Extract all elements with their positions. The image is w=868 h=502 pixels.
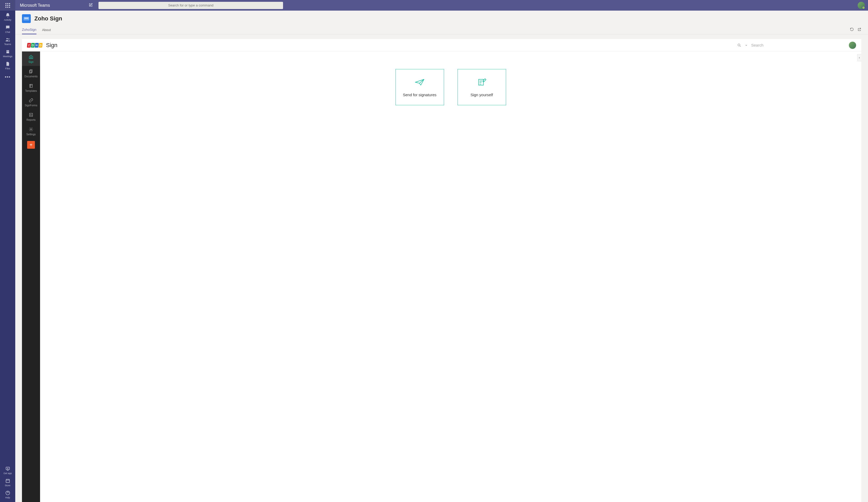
- card-send-for-signatures[interactable]: Send for signatures: [395, 69, 444, 105]
- chevron-down-icon: [745, 44, 747, 47]
- zoho-logo[interactable]: Z O H O Sign: [27, 42, 58, 49]
- svg-rect-6: [30, 70, 32, 73]
- app-launcher-button[interactable]: [0, 0, 15, 11]
- collapse-panel-button[interactable]: ‹: [857, 54, 861, 61]
- sidebar-add-button[interactable]: +: [27, 141, 35, 149]
- zoho-product-name: Sign: [46, 42, 58, 49]
- chart-icon: [29, 113, 33, 117]
- template-icon: [29, 83, 33, 88]
- sidebar-item-reports[interactable]: Reports: [22, 110, 40, 124]
- content-column: Zoho Sign ZohoSign About Z: [15, 11, 868, 502]
- reload-tab-button[interactable]: [850, 28, 854, 32]
- zoho-search[interactable]: [737, 43, 844, 47]
- sidebar-label-templates: Templates: [25, 90, 37, 92]
- people-icon: [5, 37, 10, 42]
- sign-document-icon: [477, 78, 487, 87]
- rail-meetings[interactable]: Meetings: [0, 47, 15, 59]
- tab-zohosign[interactable]: ZohoSign: [22, 26, 37, 34]
- card-send-label: Send for signatures: [403, 93, 436, 97]
- zoho-search-input[interactable]: [751, 43, 844, 47]
- rail-getapp-label: Get app: [3, 472, 12, 474]
- link-icon: [29, 98, 33, 103]
- rail-store[interactable]: Store: [0, 476, 15, 488]
- card-sign-yourself[interactable]: Sign yourself: [457, 69, 506, 105]
- app-header: Zoho Sign: [15, 11, 868, 23]
- compose-button[interactable]: [89, 3, 93, 8]
- sidebar-label-documents: Documents: [24, 75, 38, 78]
- teams-left-rail: Activity Chat Teams Meetings Files •••: [0, 11, 15, 502]
- zoho-logo-blocks: Z O H O: [27, 43, 42, 48]
- documents-icon: [29, 69, 33, 74]
- sidebar-label-reports: Reports: [27, 119, 35, 121]
- rail-chat-label: Chat: [5, 31, 10, 33]
- svg-point-0: [7, 38, 8, 39]
- embed-wrap: Z O H O Sign: [15, 34, 868, 502]
- app-logo-tile: [22, 14, 31, 23]
- sidebar-item-settings[interactable]: Settings: [22, 124, 40, 139]
- zoho-profile-avatar[interactable]: [849, 42, 856, 49]
- app-title: Zoho Sign: [34, 15, 62, 22]
- compose-icon: [89, 3, 93, 7]
- zoho-canvas: Send for signatures Sign yourself: [40, 51, 861, 502]
- svg-rect-5: [30, 70, 32, 72]
- zoho-embed: Z O H O Sign: [22, 39, 861, 502]
- chevron-left-icon: ‹: [859, 56, 860, 60]
- store-icon: [5, 478, 10, 483]
- svg-point-4: [738, 44, 740, 46]
- popout-tab-button[interactable]: [857, 28, 861, 32]
- rail-help-label: Help: [5, 496, 10, 499]
- file-icon: [5, 61, 10, 66]
- profile-avatar[interactable]: [858, 2, 865, 9]
- rail-teams[interactable]: Teams: [0, 35, 15, 47]
- rail-teams-label: Teams: [4, 43, 11, 45]
- sidebar-item-documents[interactable]: Documents: [22, 66, 40, 80]
- download-icon: [5, 466, 10, 471]
- plus-icon: +: [30, 142, 33, 148]
- home-icon: [29, 54, 33, 59]
- rail-activity[interactable]: Activity: [0, 11, 15, 23]
- sidebar-label-settings: Settings: [27, 133, 36, 136]
- zoho-sidebar: Sign Documents Templates SignForms: [22, 51, 40, 502]
- signature-icon: [23, 17, 29, 20]
- rail-get-app[interactable]: Get app: [0, 464, 15, 476]
- gear-icon: [29, 127, 33, 132]
- sidebar-item-signforms[interactable]: SignForms: [22, 95, 40, 110]
- rail-files-label: Files: [5, 67, 10, 70]
- svg-point-9: [31, 129, 32, 130]
- zoho-header: Z O H O Sign: [22, 39, 861, 51]
- teams-top-bar: Microsoft Teams: [0, 0, 868, 11]
- waffle-icon: [6, 3, 10, 8]
- reload-icon: [850, 28, 854, 31]
- calendar-icon: [5, 49, 10, 54]
- brand-title: Microsoft Teams: [20, 3, 50, 8]
- sidebar-label-sign: Sign: [29, 61, 34, 63]
- chat-icon: [5, 25, 10, 30]
- rail-activity-label: Activity: [4, 19, 11, 21]
- tabs-row: ZohoSign About: [15, 25, 868, 34]
- svg-point-1: [8, 39, 9, 40]
- help-icon: [5, 490, 10, 495]
- teams-search-box[interactable]: [99, 2, 283, 9]
- tab-about[interactable]: About: [42, 25, 51, 34]
- card-self-label: Sign yourself: [471, 93, 493, 97]
- zoho-body: Sign Documents Templates SignForms: [22, 51, 861, 502]
- rail-chat[interactable]: Chat: [0, 23, 15, 35]
- main-row: Activity Chat Teams Meetings Files •••: [0, 11, 868, 502]
- sidebar-item-templates[interactable]: Templates: [22, 80, 40, 95]
- rail-more[interactable]: •••: [0, 72, 15, 81]
- teams-search-input[interactable]: [99, 3, 283, 7]
- rail-store-label: Store: [5, 484, 11, 487]
- rail-meetings-label: Meetings: [3, 55, 12, 58]
- search-icon: [737, 43, 741, 47]
- svg-rect-7: [30, 84, 33, 88]
- paper-plane-icon: [415, 78, 425, 87]
- sidebar-item-sign[interactable]: Sign: [22, 51, 40, 66]
- popout-icon: [857, 28, 861, 31]
- rail-files[interactable]: Files: [0, 59, 15, 71]
- sidebar-label-signforms: SignForms: [25, 104, 37, 107]
- rail-help[interactable]: Help: [0, 488, 15, 500]
- ellipsis-icon: •••: [5, 74, 11, 80]
- bell-icon: [5, 13, 10, 18]
